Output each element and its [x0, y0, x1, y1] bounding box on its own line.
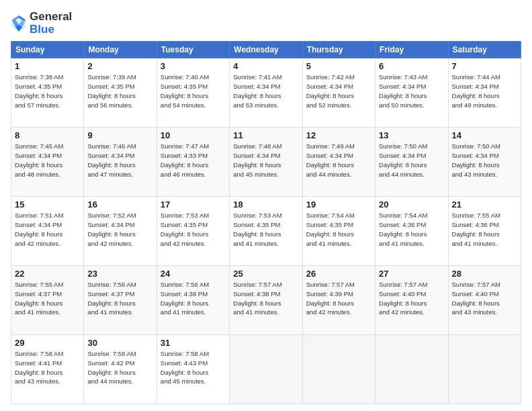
- calendar-week-row: 1Sunrise: 7:38 AMSunset: 4:35 PMDaylight…: [11, 58, 521, 128]
- calendar-cell: 14Sunrise: 7:50 AMSunset: 4:34 PMDayligh…: [448, 128, 521, 197]
- cell-info: Sunrise: 7:45 AMSunset: 4:34 PMDaylight:…: [15, 142, 80, 179]
- calendar-day-header: Saturday: [448, 42, 521, 58]
- cell-info: Sunrise: 7:55 AMSunset: 4:37 PMDaylight:…: [15, 280, 80, 317]
- calendar-cell: 4Sunrise: 7:41 AMSunset: 4:34 PMDaylight…: [230, 58, 302, 128]
- calendar-cell: [230, 335, 302, 404]
- calendar-cell: 1Sunrise: 7:38 AMSunset: 4:35 PMDaylight…: [11, 58, 84, 128]
- cell-info: Sunrise: 7:58 AMSunset: 4:42 PMDaylight:…: [87, 349, 152, 386]
- cell-info: Sunrise: 7:39 AMSunset: 4:35 PMDaylight:…: [87, 73, 152, 109]
- calendar-day-header: Sunday: [11, 42, 84, 58]
- cell-info: Sunrise: 7:55 AMSunset: 4:36 PMDaylight:…: [452, 211, 517, 248]
- day-number: 2: [87, 61, 152, 71]
- day-number: 11: [233, 130, 298, 140]
- cell-info: Sunrise: 7:50 AMSunset: 4:34 PMDaylight:…: [379, 142, 444, 179]
- day-number: 4: [233, 61, 298, 71]
- calendar-cell: [448, 335, 521, 404]
- cell-info: Sunrise: 7:54 AMSunset: 4:36 PMDaylight:…: [379, 211, 444, 248]
- day-number: 10: [161, 130, 226, 140]
- day-number: 5: [306, 61, 371, 71]
- cell-info: Sunrise: 7:41 AMSunset: 4:34 PMDaylight:…: [233, 73, 298, 109]
- calendar-cell: 16Sunrise: 7:52 AMSunset: 4:34 PMDayligh…: [84, 197, 157, 266]
- day-number: 30: [87, 338, 152, 348]
- cell-info: Sunrise: 7:51 AMSunset: 4:34 PMDaylight:…: [15, 211, 80, 248]
- cell-info: Sunrise: 7:48 AMSunset: 4:34 PMDaylight:…: [233, 142, 298, 179]
- logo-icon: [11, 14, 27, 33]
- day-number: 14: [452, 130, 517, 140]
- calendar-week-row: 22Sunrise: 7:55 AMSunset: 4:37 PMDayligh…: [11, 266, 521, 335]
- calendar-day-header: Wednesday: [230, 42, 302, 58]
- calendar-cell: 10Sunrise: 7:47 AMSunset: 4:33 PMDayligh…: [157, 128, 229, 197]
- calendar-day-header: Monday: [84, 42, 157, 58]
- day-number: 16: [87, 199, 152, 210]
- cell-info: Sunrise: 7:47 AMSunset: 4:33 PMDaylight:…: [161, 142, 226, 179]
- cell-info: Sunrise: 7:43 AMSunset: 4:34 PMDaylight:…: [379, 73, 444, 109]
- cell-info: Sunrise: 7:38 AMSunset: 4:35 PMDaylight:…: [15, 73, 80, 109]
- calendar-cell: 29Sunrise: 7:58 AMSunset: 4:41 PMDayligh…: [11, 335, 84, 404]
- cell-info: Sunrise: 7:44 AMSunset: 4:34 PMDaylight:…: [452, 73, 517, 109]
- calendar-cell: [375, 335, 448, 404]
- calendar-cell: 5Sunrise: 7:42 AMSunset: 4:34 PMDaylight…: [302, 58, 375, 128]
- calendar-cell: 7Sunrise: 7:44 AMSunset: 4:34 PMDaylight…: [448, 58, 521, 128]
- day-number: 31: [161, 338, 226, 348]
- calendar-cell: 6Sunrise: 7:43 AMSunset: 4:34 PMDaylight…: [375, 58, 448, 128]
- day-number: 25: [233, 269, 298, 279]
- day-number: 28: [452, 269, 517, 279]
- calendar-cell: 12Sunrise: 7:49 AMSunset: 4:34 PMDayligh…: [302, 128, 375, 197]
- calendar-cell: 25Sunrise: 7:57 AMSunset: 4:38 PMDayligh…: [230, 266, 302, 335]
- cell-info: Sunrise: 7:42 AMSunset: 4:34 PMDaylight:…: [306, 73, 371, 109]
- day-number: 17: [161, 199, 226, 210]
- calendar-table: SundayMondayTuesdayWednesdayThursdayFrid…: [11, 41, 521, 404]
- day-number: 1: [15, 61, 80, 71]
- calendar-cell: 23Sunrise: 7:56 AMSunset: 4:37 PMDayligh…: [84, 266, 157, 335]
- day-number: 26: [306, 269, 371, 279]
- day-number: 27: [379, 269, 444, 279]
- cell-info: Sunrise: 7:54 AMSunset: 4:35 PMDaylight:…: [306, 211, 371, 248]
- cell-info: Sunrise: 7:53 AMSunset: 4:35 PMDaylight:…: [161, 211, 226, 248]
- calendar-cell: 13Sunrise: 7:50 AMSunset: 4:34 PMDayligh…: [375, 128, 448, 197]
- calendar-cell: 9Sunrise: 7:46 AMSunset: 4:34 PMDaylight…: [84, 128, 157, 197]
- cell-info: Sunrise: 7:40 AMSunset: 4:35 PMDaylight:…: [161, 73, 226, 109]
- calendar-cell: 24Sunrise: 7:56 AMSunset: 4:38 PMDayligh…: [157, 266, 229, 335]
- calendar-cell: 20Sunrise: 7:54 AMSunset: 4:36 PMDayligh…: [375, 197, 448, 266]
- cell-info: Sunrise: 7:57 AMSunset: 4:38 PMDaylight:…: [233, 280, 298, 317]
- day-number: 24: [161, 269, 226, 279]
- calendar-week-row: 15Sunrise: 7:51 AMSunset: 4:34 PMDayligh…: [11, 197, 521, 266]
- header: General Blue: [11, 11, 521, 36]
- day-number: 8: [15, 130, 80, 140]
- day-number: 12: [306, 130, 371, 140]
- day-number: 18: [233, 199, 298, 210]
- calendar-cell: 11Sunrise: 7:48 AMSunset: 4:34 PMDayligh…: [230, 128, 302, 197]
- calendar-cell: 18Sunrise: 7:53 AMSunset: 4:35 PMDayligh…: [230, 197, 302, 266]
- calendar-day-header: Tuesday: [157, 42, 229, 58]
- calendar-cell: 27Sunrise: 7:57 AMSunset: 4:40 PMDayligh…: [375, 266, 448, 335]
- calendar-cell: [302, 335, 375, 404]
- cell-info: Sunrise: 7:58 AMSunset: 4:41 PMDaylight:…: [15, 349, 80, 386]
- day-number: 22: [15, 269, 80, 279]
- cell-info: Sunrise: 7:49 AMSunset: 4:34 PMDaylight:…: [306, 142, 371, 179]
- calendar-cell: 31Sunrise: 7:58 AMSunset: 4:43 PMDayligh…: [157, 335, 229, 404]
- day-number: 7: [452, 61, 517, 71]
- cell-info: Sunrise: 7:57 AMSunset: 4:40 PMDaylight:…: [379, 280, 444, 317]
- calendar-week-row: 8Sunrise: 7:45 AMSunset: 4:34 PMDaylight…: [11, 128, 521, 197]
- cell-info: Sunrise: 7:56 AMSunset: 4:38 PMDaylight:…: [161, 280, 226, 317]
- calendar-cell: 15Sunrise: 7:51 AMSunset: 4:34 PMDayligh…: [11, 197, 84, 266]
- day-number: 3: [161, 61, 226, 71]
- calendar-header-row: SundayMondayTuesdayWednesdayThursdayFrid…: [11, 42, 521, 58]
- day-number: 29: [15, 338, 80, 348]
- calendar-day-header: Thursday: [302, 42, 375, 58]
- cell-info: Sunrise: 7:57 AMSunset: 4:39 PMDaylight:…: [306, 280, 371, 317]
- calendar-cell: 28Sunrise: 7:57 AMSunset: 4:40 PMDayligh…: [448, 266, 521, 335]
- cell-info: Sunrise: 7:52 AMSunset: 4:34 PMDaylight:…: [87, 211, 152, 248]
- calendar-cell: 21Sunrise: 7:55 AMSunset: 4:36 PMDayligh…: [448, 197, 521, 266]
- calendar-cell: 22Sunrise: 7:55 AMSunset: 4:37 PMDayligh…: [11, 266, 84, 335]
- calendar-cell: 30Sunrise: 7:58 AMSunset: 4:42 PMDayligh…: [84, 335, 157, 404]
- calendar-day-header: Friday: [375, 42, 448, 58]
- day-number: 19: [306, 199, 371, 210]
- cell-info: Sunrise: 7:56 AMSunset: 4:37 PMDaylight:…: [87, 280, 152, 317]
- cell-info: Sunrise: 7:57 AMSunset: 4:40 PMDaylight:…: [452, 280, 517, 317]
- day-number: 15: [15, 199, 80, 210]
- calendar-cell: 17Sunrise: 7:53 AMSunset: 4:35 PMDayligh…: [157, 197, 229, 266]
- day-number: 6: [379, 61, 444, 71]
- calendar-cell: 8Sunrise: 7:45 AMSunset: 4:34 PMDaylight…: [11, 128, 84, 197]
- calendar-cell: 2Sunrise: 7:39 AMSunset: 4:35 PMDaylight…: [84, 58, 157, 128]
